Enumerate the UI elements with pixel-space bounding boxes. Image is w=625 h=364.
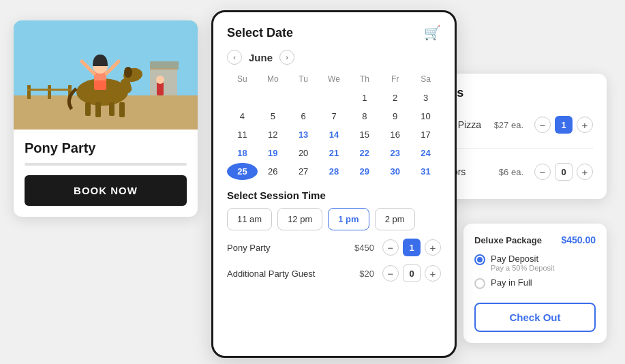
- additional-guest-item-row: Additional Party Guest $20 − 0 +: [227, 264, 441, 282]
- cart-icon[interactable]: 🛒: [424, 25, 441, 41]
- additional-guest-increment-button[interactable]: +: [425, 265, 441, 282]
- favors-qty-control: − 0 +: [534, 163, 593, 181]
- cal-cell-16[interactable]: 16: [380, 126, 410, 143]
- cal-cell-empty-1: [227, 89, 258, 106]
- cal-cell-21[interactable]: 21: [319, 145, 350, 162]
- cal-cell-30[interactable]: 30: [380, 163, 410, 180]
- calendar-grid: Su Mo Tu We Th Fr Sa 1 2 3 4 5 6 7 8 9 1…: [227, 72, 441, 180]
- cal-cell-empty-3: [288, 89, 319, 106]
- cal-cell-11[interactable]: 11: [227, 126, 258, 143]
- calendar-row-1: 1 2 3: [227, 89, 441, 106]
- calendar-row-4: 18 19 20 21 22 23 24: [227, 145, 441, 162]
- cal-cell-28[interactable]: 28: [319, 163, 350, 180]
- time-2pm-button[interactable]: 2 pm: [375, 208, 415, 230]
- cal-cell-5[interactable]: 5: [258, 108, 288, 125]
- pay-full-label: Pay in Full: [491, 277, 532, 288]
- pay-deposit-sublabel: Pay a 50% Deposit: [491, 264, 555, 272]
- pizza-addon-price: $27 ea.: [494, 120, 523, 130]
- cal-cell-7[interactable]: 7: [319, 108, 350, 125]
- cal-cell-22[interactable]: 22: [349, 145, 380, 162]
- calendar-header-row: Su Mo Tu We Th Fr Sa: [227, 72, 441, 87]
- cal-cell-3[interactable]: 3: [410, 89, 441, 106]
- cal-cell-25[interactable]: 25: [227, 163, 258, 180]
- additional-guest-decrement-button[interactable]: −: [382, 265, 399, 282]
- cal-cell-23[interactable]: 23: [380, 145, 410, 162]
- cal-header-mo: Mo: [258, 72, 288, 87]
- card-divider: [25, 163, 187, 166]
- calendar-nav: ‹ June ›: [227, 50, 441, 65]
- additional-guest-qty-display: 0: [403, 264, 421, 282]
- pony-party-qty-display: 1: [403, 239, 421, 256]
- additional-guest-item-name: Additional Party Guest: [227, 269, 355, 279]
- product-card: Pony Party BOOK NOW: [14, 20, 198, 217]
- cal-cell-2[interactable]: 2: [380, 89, 410, 106]
- time-1pm-button[interactable]: 1 pm: [328, 208, 369, 230]
- pay-deposit-option[interactable]: Pay Deposit Pay a 50% Deposit: [474, 254, 596, 272]
- pony-party-item-row: Pony Party $450 − 1 +: [227, 239, 441, 256]
- pay-deposit-radio[interactable]: [474, 254, 485, 265]
- svg-rect-4: [27, 85, 31, 99]
- cal-header-sa: Sa: [410, 72, 441, 87]
- svg-rect-14: [109, 102, 115, 116]
- session-section: Select Session Time 11 am 12 pm 1 pm 2 p…: [227, 189, 441, 230]
- next-month-button[interactable]: ›: [279, 50, 294, 65]
- cal-cell-14[interactable]: 14: [319, 126, 350, 143]
- svg-point-11: [124, 67, 132, 78]
- session-title: Select Session Time: [227, 189, 441, 201]
- cal-cell-1[interactable]: 1: [349, 89, 380, 106]
- cal-cell-24[interactable]: 24: [410, 145, 441, 162]
- cal-cell-12[interactable]: 12: [258, 126, 288, 143]
- calendar-row-5: 25 26 27 28 29 30 31: [227, 163, 441, 180]
- pony-party-increment-button[interactable]: +: [425, 239, 441, 256]
- package-price: $450.00: [561, 234, 596, 245]
- cal-cell-4[interactable]: 4: [227, 108, 258, 125]
- calendar-row-2: 4 5 6 7 8 9 10: [227, 108, 441, 125]
- cal-cell-18[interactable]: 18: [227, 145, 258, 162]
- pony-party-item-name: Pony Party: [227, 243, 350, 253]
- svg-rect-5: [48, 85, 51, 99]
- pizza-qty-display: 1: [555, 116, 573, 134]
- time-11am-button[interactable]: 11 am: [227, 208, 272, 230]
- cal-cell-29[interactable]: 29: [349, 163, 380, 180]
- cal-cell-empty-4: [319, 89, 350, 106]
- cal-cell-19[interactable]: 19: [258, 145, 288, 162]
- cal-cell-17[interactable]: 17: [410, 126, 441, 143]
- cal-header-th: Th: [349, 72, 380, 87]
- booking-modal: 🛒 Select Date ‹ June › Su Mo Tu We Th Fr…: [211, 10, 457, 358]
- cal-cell-20[interactable]: 20: [288, 145, 319, 162]
- cal-cell-27[interactable]: 27: [288, 163, 319, 180]
- calendar-row-3: 11 12 13 14 15 16 17: [227, 126, 441, 143]
- cal-cell-8[interactable]: 8: [349, 108, 380, 125]
- pay-full-label-group: Pay in Full: [491, 277, 532, 288]
- pay-full-radio[interactable]: [474, 278, 485, 289]
- cal-cell-6[interactable]: 6: [288, 108, 319, 125]
- cal-cell-10[interactable]: 10: [410, 108, 441, 125]
- pizza-increment-button[interactable]: +: [577, 117, 593, 133]
- cal-cell-31[interactable]: 31: [410, 163, 441, 180]
- prev-month-button[interactable]: ‹: [227, 50, 242, 65]
- pony-party-decrement-button[interactable]: −: [382, 239, 399, 256]
- svg-point-22: [156, 76, 164, 84]
- cal-cell-26[interactable]: 26: [258, 163, 288, 180]
- pay-full-option[interactable]: Pay in Full: [474, 277, 596, 289]
- pony-party-qty-control: − 1 +: [382, 239, 441, 256]
- svg-rect-13: [95, 102, 101, 117]
- additional-guest-qty-control: − 0 +: [382, 264, 441, 282]
- additional-guest-item-price: $20: [359, 269, 374, 279]
- favors-increment-button[interactable]: +: [577, 164, 593, 180]
- cal-header-fr: Fr: [380, 72, 410, 87]
- cal-header-tu: Tu: [288, 72, 319, 87]
- time-12pm-button[interactable]: 12 pm: [277, 208, 322, 230]
- cal-cell-9[interactable]: 9: [380, 108, 410, 125]
- cal-cell-15[interactable]: 15: [349, 126, 380, 143]
- cal-cell-13[interactable]: 13: [288, 126, 319, 143]
- favors-qty-display: 0: [555, 163, 573, 181]
- pizza-decrement-button[interactable]: −: [534, 117, 551, 133]
- book-now-button[interactable]: BOOK NOW: [25, 175, 187, 206]
- favors-decrement-button[interactable]: −: [534, 164, 551, 180]
- cal-cell-empty-2: [258, 89, 288, 106]
- pay-deposit-label-group: Pay Deposit Pay a 50% Deposit: [491, 254, 555, 272]
- cal-header-we: We: [319, 72, 350, 87]
- calendar-month: June: [249, 52, 273, 63]
- checkout-button[interactable]: Check Out: [474, 303, 596, 332]
